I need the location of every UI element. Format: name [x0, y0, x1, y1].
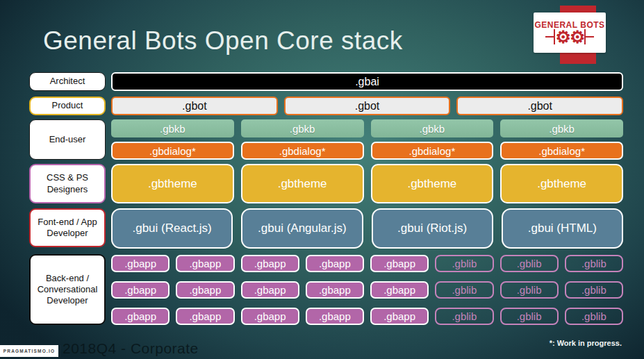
role-label-back-end-conversational-developer: Back-end / Conversational Developer	[29, 254, 106, 325]
general-bots-logo: GENERAL BOTS ⚙⚙	[534, 12, 606, 53]
row-gbai: .gbai	[111, 72, 623, 91]
row-backend-2: .gbapp .gbapp .gbapp .gbapp .gbapp .gbli…	[111, 281, 623, 299]
gear-glyphs-icon: ⚙⚙	[555, 28, 585, 45]
gbapp-box: .gbapp	[241, 281, 299, 299]
gbapp-box: .gbapp	[241, 255, 299, 272]
gbapp-box: .gbapp	[370, 255, 429, 272]
gbdialog-box: .gbdialog*	[371, 142, 494, 160]
role-label-architect: Architect	[29, 72, 106, 91]
gbapp-box: .gbapp	[176, 255, 234, 272]
gbot-box: .gbot	[284, 97, 451, 115]
gbot-box: .gbot	[456, 97, 623, 115]
gears-icon: ⚙⚙	[545, 28, 595, 45]
gbui-html-box: .gbui (HTML)	[502, 208, 623, 249]
gbtheme-box: .gbtheme	[241, 164, 364, 203]
row-backend-3: .gbapp .gbapp .gbapp .gbapp .gbapp .gbli…	[111, 308, 623, 325]
gbui-riot-box: .gbui (Riot.js)	[372, 208, 493, 249]
row-gbtheme: .gbtheme .gbtheme .gbtheme .gbtheme	[111, 164, 623, 203]
row-gbkb: .gbkb .gbkb .gbkb .gbkb	[111, 119, 623, 137]
gbdialog-box: .gbdialog*	[111, 142, 234, 160]
gbapp-box: .gbapp	[370, 308, 429, 325]
gblib-box: .gblib	[435, 308, 493, 325]
gbkb-box: .gbkb	[500, 119, 623, 137]
gear-left-tick	[545, 36, 554, 37]
gbapp-box: .gbapp	[111, 308, 170, 325]
gblib-box: .gblib	[565, 308, 623, 325]
gbapp-box: .gbapp	[111, 281, 170, 299]
gblib-box: .gblib	[500, 281, 559, 299]
gbui-react-box: .gbui (React.js)	[111, 208, 233, 249]
gbai-box: .gbai	[111, 72, 623, 91]
gblib-box: .gblib	[565, 281, 623, 299]
gbapp-box: .gbapp	[306, 308, 364, 325]
gbtheme-box: .gbtheme	[371, 164, 494, 203]
gbapp-box: .gbapp	[111, 255, 170, 272]
gbapp-box: .gbapp	[370, 281, 429, 299]
slide-title: General Bots Open Core stack	[43, 26, 403, 56]
gbot-box: .gbot	[111, 97, 278, 115]
row-backend-1: .gbapp .gbapp .gbapp .gbapp .gbapp .gbli…	[111, 255, 623, 272]
gblib-box: .gblib	[500, 255, 559, 272]
gbapp-box: .gbapp	[241, 308, 299, 325]
gblib-box: .gblib	[500, 308, 559, 325]
role-label-product: Product	[29, 97, 106, 115]
gbapp-box: .gbapp	[176, 281, 234, 299]
footer-caption: 2018Q4 - Corporate	[63, 340, 199, 357]
gbapp-box: .gbapp	[176, 308, 234, 325]
role-label-front-end-app-developer: Font-end / App Developer	[29, 208, 106, 247]
gbkb-box: .gbkb	[241, 119, 364, 137]
work-in-progress-note: *: Work in progress.	[550, 339, 622, 347]
gblib-box: .gblib	[435, 281, 493, 299]
gbdialog-box: .gbdialog*	[500, 142, 623, 160]
row-gbui: .gbui (React.js) .gbui (Angular.js) .gbu…	[111, 208, 623, 249]
gbkb-box: .gbkb	[371, 119, 494, 137]
gbapp-box: .gbapp	[306, 255, 364, 272]
row-gbdialog: .gbdialog* .gbdialog* .gbdialog* .gbdial…	[111, 142, 623, 160]
gblib-box: .gblib	[435, 255, 493, 272]
gear-right-tick	[586, 36, 594, 37]
gbtheme-box: .gbtheme	[500, 164, 623, 203]
gbapp-box: .gbapp	[306, 281, 364, 299]
row-gbot: .gbot .gbot .gbot	[111, 97, 623, 115]
role-label-end-user: End-user	[29, 119, 106, 160]
gbtheme-box: .gbtheme	[111, 164, 234, 203]
gbui-angular-box: .gbui (Angular.js)	[241, 208, 363, 249]
pragmatismo-brand-badge: PRAGMATISMO.IO	[0, 345, 58, 357]
gbkb-box: .gbkb	[111, 119, 234, 137]
role-label-css-ps-designers: CSS & PS Designers	[29, 164, 106, 203]
gbdialog-box: .gbdialog*	[241, 142, 364, 160]
gblib-box: .gblib	[565, 255, 623, 272]
